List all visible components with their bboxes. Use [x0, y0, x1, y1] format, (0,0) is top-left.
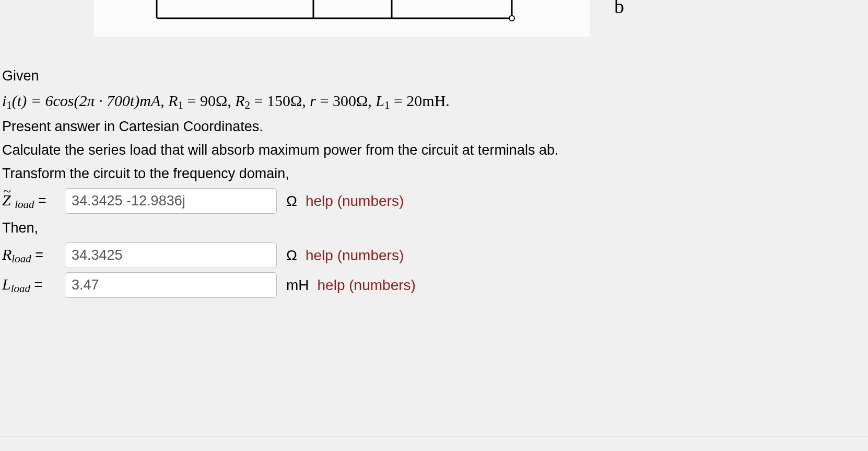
rload-help-link[interactable]: help (numbers): [306, 247, 404, 264]
r2-subscript: 2: [245, 99, 251, 111]
r2-value: = 150Ω,: [250, 92, 310, 109]
present-instruction: Present answer in Cartesian Coordinates.: [2, 117, 866, 137]
zload-subscript: load: [15, 198, 34, 211]
zload-label: ~Z load =: [2, 191, 60, 211]
rload-subscript: load: [11, 252, 31, 265]
lload-symbol: L: [2, 275, 11, 293]
lload-subscript: load: [11, 282, 30, 295]
i1-subscript: 1: [6, 99, 12, 111]
given-label: Given: [2, 66, 866, 86]
lload-label: Lload =: [2, 275, 60, 295]
page: b Given i1(t) = 6cos(2π · 700t)mA, R1 = …: [0, 0, 868, 451]
terminal-b-label: b: [614, 0, 624, 18]
r1-value: = 90Ω,: [183, 92, 235, 109]
zload-unit: Ω: [286, 193, 297, 210]
r-value: = 300Ω,: [316, 92, 376, 109]
lload-input[interactable]: [65, 272, 277, 298]
then-label: Then,: [2, 218, 866, 238]
problem-content: Given i1(t) = 6cos(2π · 700t)mA, R1 = 90…: [0, 63, 868, 302]
r1-symbol: R: [168, 92, 178, 109]
l1-symbol: L: [376, 92, 384, 109]
i1-expression: (t) = 6cos(2π · 700t)mA,: [12, 92, 168, 109]
rload-input[interactable]: [65, 242, 277, 268]
r1-subscript: 1: [178, 99, 184, 111]
rload-unit: Ω: [286, 247, 297, 264]
lload-unit: mH: [286, 277, 309, 294]
zload-input[interactable]: [65, 188, 277, 214]
circuit-wires-icon: [94, 0, 590, 37]
lload-help-link[interactable]: help (numbers): [318, 277, 416, 294]
r2-symbol: R: [235, 92, 244, 109]
l1-value: = 20mH.: [390, 92, 449, 109]
divider: [0, 436, 868, 436]
rload-symbol: R: [2, 246, 11, 263]
calculate-instruction: Calculate the series load that will abso…: [2, 140, 866, 160]
rload-label: Rload =: [2, 246, 60, 265]
r-symbol: r: [310, 92, 316, 109]
zload-help-link[interactable]: help (numbers): [306, 193, 404, 210]
circuit-fragment: b: [94, 0, 590, 37]
zload-row: ~Z load = Ω help (numbers): [2, 188, 866, 214]
lload-row: Lload = mH help (numbers): [2, 272, 866, 298]
transform-instruction: Transform the circuit to the frequency d…: [2, 164, 866, 184]
given-equation: i1(t) = 6cos(2π · 700t)mA, R1 = 90Ω, R2 …: [2, 89, 866, 113]
rload-row: Rload = Ω help (numbers): [2, 242, 866, 268]
l1-subscript: 1: [384, 99, 390, 111]
svg-point-5: [509, 16, 514, 21]
